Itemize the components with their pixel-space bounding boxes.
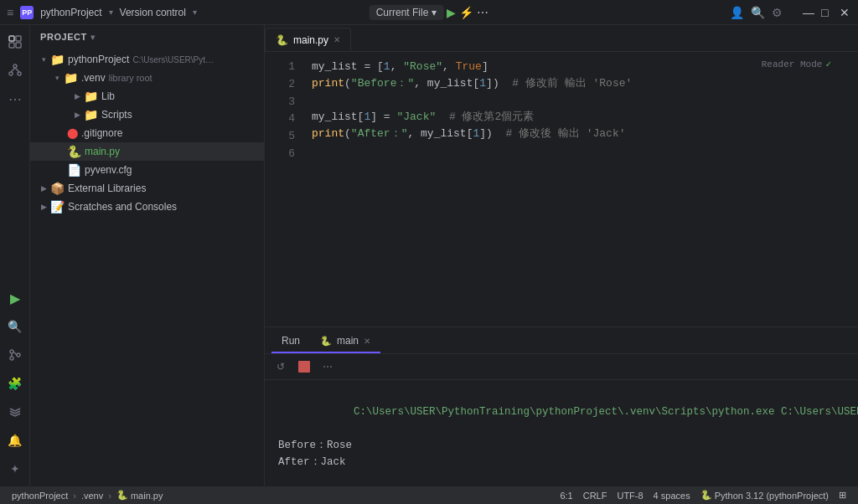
svg-point-11: [17, 353, 20, 357]
status-file[interactable]: 🐍 main.py: [111, 486, 168, 504]
activity-vcs-icon[interactable]: [2, 342, 28, 368]
activity-run-icon[interactable]: ▶: [2, 285, 28, 311]
pyvenvcfg-label: pyvenv.cfg: [85, 164, 132, 176]
scratches-arrow: ▶: [37, 200, 50, 213]
status-python-icon: 🐍: [700, 490, 712, 501]
tree-venv[interactable]: ▾ 📁 .venv library root: [30, 69, 264, 87]
status-project[interactable]: pythonProject: [7, 486, 73, 504]
svg-line-7: [11, 68, 15, 72]
tree-external-libraries[interactable]: ▶ 📦 External Libraries: [30, 179, 264, 198]
stop-btn[interactable]: [295, 357, 313, 376]
current-file-btn[interactable]: Current File ▾: [370, 5, 444, 20]
tree-root[interactable]: ▾ 📁 pythonProject C:\Users\USER\PythonTr…: [30, 50, 264, 69]
account-icon[interactable]: 👤: [730, 6, 744, 19]
project-chevron: ▾: [109, 8, 113, 17]
svg-line-8: [15, 68, 19, 72]
reader-mode-check: ✓: [825, 59, 831, 69]
svg-rect-1: [16, 36, 21, 41]
venv-arrow: ▾: [50, 71, 64, 85]
panel-tab-main[interactable]: 🐍 main ✕: [310, 330, 380, 353]
status-python-label: Python 3.12 (pythonProject): [715, 491, 829, 501]
minimize-btn[interactable]: —: [803, 7, 814, 18]
code-line-3: [312, 92, 858, 109]
root-arrow: ▾: [37, 53, 50, 66]
tree-mainpy[interactable]: ▶ 🐍 main.py: [30, 142, 264, 161]
cfg-file-icon: 📄: [67, 163, 81, 177]
tab-mainpy[interactable]: 🐍 main.py ✕: [265, 28, 351, 51]
external-label: External Libraries: [68, 183, 146, 194]
activity-ai-icon[interactable]: ✦: [2, 455, 28, 482]
activity-search-icon[interactable]: 🔍: [2, 313, 28, 340]
status-python[interactable]: 🐍 Python 3.12 (pythonProject): [695, 486, 834, 504]
version-control-chevron: ▾: [193, 8, 197, 17]
line-numbers: 1 2 3 4 5 6: [265, 52, 305, 327]
status-venv[interactable]: .venv: [76, 486, 108, 504]
code-line-5: print ( "After：" , my_list[ 1 ]) # 修改後 輸…: [312, 126, 858, 142]
main-tab-label: main: [337, 335, 359, 347]
main-tab-close[interactable]: ✕: [364, 337, 370, 346]
python-file-icon: 🐍: [67, 145, 81, 158]
panel-toolbar: ↺ ⋯: [265, 354, 858, 380]
root-path: C:\Users\USER\PythonTraining\pytho: [132, 55, 216, 64]
status-indent[interactable]: 4 spaces: [649, 486, 695, 504]
version-control-btn[interactable]: Version control: [120, 7, 186, 18]
lib-folder-icon: 📁: [84, 90, 98, 103]
reader-mode-btn[interactable]: Reader Mode ✓: [762, 59, 831, 69]
current-file-label: Current File: [376, 7, 429, 18]
layout-icon: ⊞: [839, 490, 846, 501]
svg-point-5: [9, 72, 13, 75]
run-btn[interactable]: ▶: [447, 6, 456, 19]
lib-label: Lib: [101, 90, 115, 102]
activity-notifications-icon[interactable]: 🔔: [2, 427, 28, 454]
debug-btn[interactable]: ⚡: [459, 6, 473, 19]
sidebar: Project ▾ ▾ 📁 pythonProject C:\Users\USE…: [30, 25, 265, 486]
panel-tabs: Run 🐍 main ✕: [265, 327, 858, 354]
app-logo: PP: [20, 6, 34, 19]
svg-line-13: [13, 352, 17, 355]
panel-tab-run[interactable]: Run: [271, 330, 310, 353]
sidebar-header: Project ▾: [30, 25, 264, 49]
tree-scratches[interactable]: ▶ 📝 Scratches and Consoles: [30, 198, 264, 216]
status-line-ending[interactable]: CRLF: [578, 486, 612, 504]
tree-pyvenvcfg[interactable]: ▶ 📄 pyvenv.cfg: [30, 161, 264, 179]
activity-more-icon[interactable]: ⋯: [2, 85, 28, 112]
code-line-6: [312, 142, 858, 159]
status-encoding[interactable]: UTF-8: [612, 486, 648, 504]
tree-scripts[interactable]: ▶ 📁 Scripts: [30, 105, 264, 124]
panel-more-btn[interactable]: ⋯: [318, 357, 337, 376]
code-area[interactable]: my_list = [ 1 , "Rose" , True ] print ( …: [305, 52, 858, 327]
svg-rect-2: [9, 43, 14, 48]
activity-layers-icon[interactable]: [2, 399, 28, 425]
status-bar: pythonProject › .venv › 🐍 main.py 6:1 CR…: [0, 486, 858, 504]
tree-lib[interactable]: ▶ 📁 Lib: [30, 87, 264, 105]
tab-close-btn[interactable]: ✕: [333, 35, 340, 44]
status-layout-btn[interactable]: ⊞: [834, 486, 851, 504]
external-arrow: ▶: [37, 182, 50, 195]
console-output: C:\Users\USER\PythonTraining\pythonProje…: [265, 380, 858, 486]
rerun-btn[interactable]: ↺: [271, 357, 290, 376]
maximize-btn[interactable]: □: [821, 7, 833, 18]
tree-gitignore[interactable]: ▶ ⬤ .gitignore: [30, 124, 264, 142]
code-line-4: my_list[ 1 ] = "Jack" # 修改第2個元素: [312, 109, 858, 126]
svg-point-10: [10, 357, 13, 360]
status-indent-label: 4 spaces: [654, 491, 690, 501]
bottom-panel: Run 🐍 main ✕ ↺ ⋯: [265, 327, 858, 486]
close-btn[interactable]: ✕: [840, 7, 851, 18]
activity-project-icon[interactable]: [2, 28, 28, 55]
activity-structure-icon[interactable]: [2, 57, 28, 84]
search-icon[interactable]: 🔍: [751, 6, 765, 19]
console-path: C:\Users\USER\PythonTraining\pythonProje…: [354, 406, 858, 418]
status-venv-label: .venv: [81, 491, 103, 501]
editor-content[interactable]: 1 2 3 4 5 6 my_list = [ 1 , "Rose" ,: [265, 52, 858, 327]
status-position[interactable]: 6:1: [555, 486, 577, 504]
settings-icon[interactable]: ⚙: [772, 6, 783, 19]
scripts-folder-icon: 📁: [84, 108, 98, 121]
hamburger-icon[interactable]: ≡: [7, 6, 13, 19]
activity-plugins-icon[interactable]: 🧩: [2, 370, 28, 397]
status-project-label: pythonProject: [12, 491, 68, 501]
project-name[interactable]: pythonProject: [40, 7, 101, 18]
gitignore-label: .gitignore: [81, 127, 122, 139]
status-file-label: main.py: [131, 491, 163, 501]
more-actions-btn[interactable]: ⋯: [477, 6, 488, 19]
status-encoding-label: UTF-8: [617, 491, 643, 501]
